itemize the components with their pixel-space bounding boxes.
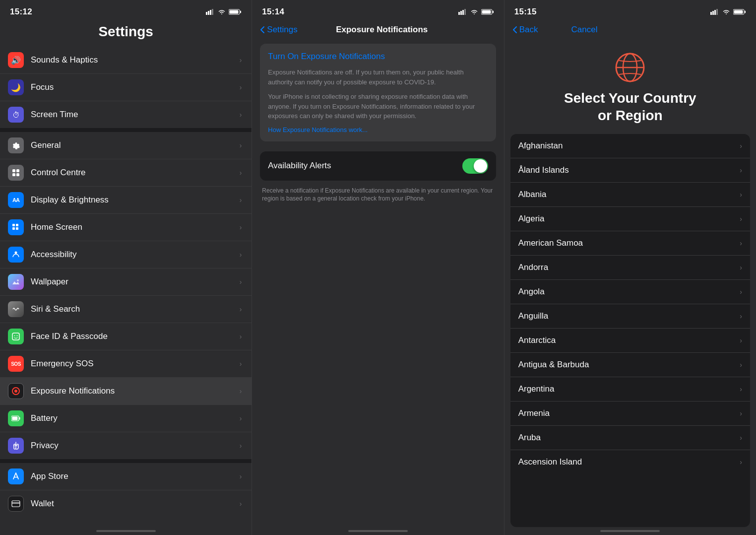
country-chevron: › bbox=[740, 312, 742, 320]
gear-icon bbox=[11, 141, 20, 150]
country-row[interactable]: Antigua & Barbuda› bbox=[510, 353, 750, 377]
settings-row-sos[interactable]: SOS Emergency SOS › bbox=[0, 350, 252, 378]
signal-icon-3 bbox=[710, 9, 719, 15]
person-circle-icon bbox=[11, 250, 20, 259]
battery-settings-icon bbox=[8, 410, 24, 426]
controlcentre-label: Control Centre bbox=[31, 168, 238, 178]
country-row[interactable]: Afghanistan› bbox=[510, 134, 750, 158]
faceid-icon bbox=[8, 329, 24, 344]
settings-row-exposure[interactable]: Exposure Notifications › bbox=[0, 378, 252, 405]
mountain-icon bbox=[11, 277, 20, 286]
wallet-icon bbox=[8, 496, 24, 512]
settings-row-sounds[interactable]: 🔊 Sounds & Haptics › bbox=[0, 47, 252, 74]
svg-rect-0 bbox=[206, 12, 207, 15]
country-name: Algeria bbox=[518, 214, 545, 224]
svg-rect-12 bbox=[16, 224, 18, 226]
battery-outline-icon bbox=[11, 415, 20, 421]
availability-alerts-toggle[interactable] bbox=[462, 158, 488, 174]
sounds-icon: 🔊 bbox=[8, 52, 24, 68]
country-row[interactable]: Anguilla› bbox=[510, 304, 750, 329]
country-chevron: › bbox=[740, 191, 742, 199]
status-time-1: 15:12 bbox=[10, 7, 32, 17]
svg-rect-37 bbox=[716, 9, 718, 15]
svg-rect-32 bbox=[493, 11, 494, 13]
settings-row-accessibility[interactable]: Accessibility › bbox=[0, 241, 252, 268]
country-row[interactable]: Antarctica› bbox=[510, 329, 750, 353]
controlcentre-icon bbox=[8, 165, 24, 181]
battery-label: Battery bbox=[31, 413, 238, 423]
settings-title: Settings bbox=[10, 24, 242, 40]
country-name: Armenia bbox=[518, 408, 550, 418]
country-row[interactable]: Angola› bbox=[510, 280, 750, 304]
svg-rect-23 bbox=[19, 417, 20, 420]
country-row[interactable]: American Samoa› bbox=[510, 231, 750, 256]
country-row[interactable]: Ascension Island› bbox=[510, 450, 750, 474]
settings-header: Settings bbox=[0, 21, 252, 47]
settings-row-privacy[interactable]: Privacy › bbox=[0, 432, 252, 459]
svg-rect-3 bbox=[212, 9, 213, 15]
svg-rect-29 bbox=[462, 10, 464, 15]
svg-rect-35 bbox=[712, 11, 714, 15]
settings-row-siri[interactable]: Siri & Search › bbox=[0, 296, 252, 323]
svg-rect-13 bbox=[12, 227, 15, 230]
country-row[interactable]: Aruba› bbox=[510, 426, 750, 450]
svg-rect-33 bbox=[482, 10, 491, 14]
settings-row-controlcentre[interactable]: Control Centre › bbox=[0, 159, 252, 187]
privacy-label: Privacy bbox=[31, 441, 238, 451]
settings-row-general[interactable]: General › bbox=[0, 132, 252, 159]
svg-rect-30 bbox=[464, 9, 466, 15]
settings-row-focus[interactable]: 🌙 Focus › bbox=[0, 74, 252, 101]
svg-rect-2 bbox=[210, 10, 211, 15]
settings-row-battery[interactable]: Battery › bbox=[0, 405, 252, 432]
status-bar-1: 15:12 bbox=[0, 0, 252, 21]
country-row[interactable]: Andorra› bbox=[510, 256, 750, 280]
status-bar-3: 15:15 bbox=[504, 0, 756, 21]
exposure-info-text2: Your iPhone is not collecting or sharing… bbox=[268, 92, 488, 121]
svg-rect-24 bbox=[12, 417, 18, 420]
settings-row-appstore[interactable]: App Store › bbox=[0, 463, 252, 490]
scroll-indicator-1 bbox=[96, 530, 156, 532]
settings-row-wallet[interactable]: Wallet › bbox=[0, 490, 252, 517]
country-name: Anguilla bbox=[518, 311, 549, 321]
svg-rect-6 bbox=[230, 10, 239, 14]
accessibility-icon bbox=[8, 247, 24, 263]
signal-icon-2 bbox=[458, 9, 467, 15]
exposure-info-title[interactable]: Turn On Exposure Notifications bbox=[268, 52, 488, 62]
country-row[interactable]: Argentina› bbox=[510, 377, 750, 401]
settings-row-faceid[interactable]: Face ID & Passcode › bbox=[0, 323, 252, 350]
country-row[interactable]: Albania› bbox=[510, 183, 750, 207]
svg-rect-17 bbox=[12, 333, 19, 340]
back-button-2[interactable]: Settings bbox=[260, 25, 297, 35]
settings-row-wallpaper[interactable]: Wallpaper › bbox=[0, 268, 252, 296]
general-icon bbox=[8, 137, 24, 153]
settings-row-display[interactable]: AA Display & Brightness › bbox=[0, 187, 252, 214]
svg-point-21 bbox=[14, 390, 17, 393]
faceid-label: Face ID & Passcode bbox=[31, 332, 238, 341]
settings-panel: 15:12 Settings bbox=[0, 0, 252, 535]
country-row[interactable]: Armenia› bbox=[510, 401, 750, 426]
globe-icon-wrap bbox=[504, 40, 756, 89]
sounds-chevron: › bbox=[240, 56, 242, 64]
country-name: American Samoa bbox=[518, 238, 583, 248]
status-time-2: 15:14 bbox=[262, 7, 284, 17]
back-button-3[interactable]: Back bbox=[512, 25, 538, 35]
title-line1: Select Your Country bbox=[564, 90, 696, 106]
focus-chevron: › bbox=[240, 83, 242, 91]
settings-row-homescreen[interactable]: Home Screen › bbox=[0, 214, 252, 241]
settings-section-2: General › Control Centre › AA bbox=[0, 128, 252, 459]
status-icons-1 bbox=[206, 9, 242, 15]
settings-list: 🔊 Sounds & Haptics › 🌙 Focus › ⏱ Screen … bbox=[0, 47, 252, 527]
svg-point-18 bbox=[14, 335, 15, 336]
country-name: Ascension Island bbox=[518, 457, 582, 467]
exposure-info-text1: Exposure Notifications are off. If you t… bbox=[268, 67, 488, 87]
country-row[interactable]: Åland Islands› bbox=[510, 158, 750, 183]
settings-row-screentime[interactable]: ⏱ Screen Time › bbox=[0, 101, 252, 128]
face-icon bbox=[11, 332, 20, 341]
settings-section-1: 🔊 Sounds & Haptics › 🌙 Focus › ⏱ Screen … bbox=[0, 47, 252, 128]
battery-chevron: › bbox=[240, 414, 242, 422]
exposure-notifications-panel: 15:14 Settings bbox=[252, 0, 504, 535]
cancel-button[interactable]: Cancel bbox=[567, 25, 597, 35]
settings-section-3: App Store › Wallet › bbox=[0, 459, 252, 517]
exposure-info-link[interactable]: How Exposure Notifications work... bbox=[268, 126, 488, 134]
country-row[interactable]: Algeria› bbox=[510, 207, 750, 231]
